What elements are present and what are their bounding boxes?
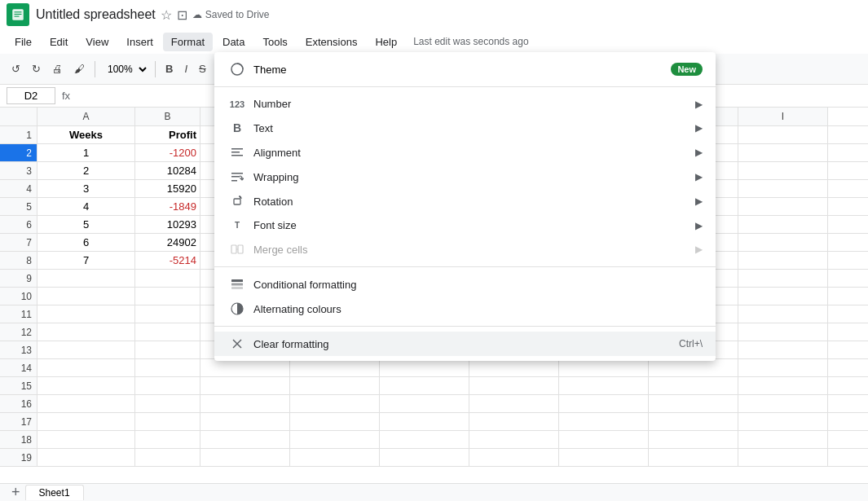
alignment-menu-item[interactable]: Alignment ▶ xyxy=(214,140,716,165)
text-menu-item[interactable]: B Text ▶ xyxy=(214,116,716,140)
menu-overlay: Theme New 123 Number ▶ B Text ▶ A xyxy=(0,0,868,501)
theme-icon xyxy=(227,63,247,76)
conditional-formatting-menu-item[interactable]: Conditional formatting xyxy=(214,272,716,297)
alignment-arrow: ▶ xyxy=(695,147,703,158)
merge-cells-label: Merge cells xyxy=(253,244,695,256)
text-icon: B xyxy=(227,121,247,134)
merge-cells-icon xyxy=(227,243,247,256)
dropdown-separator-1 xyxy=(214,86,716,87)
svg-rect-10 xyxy=(231,180,237,182)
svg-rect-11 xyxy=(234,199,240,204)
font-size-arrow: ▶ xyxy=(695,220,703,231)
svg-rect-9 xyxy=(231,176,240,178)
merge-cells-arrow: ▶ xyxy=(695,244,703,255)
new-badge: New xyxy=(671,63,703,76)
number-arrow: ▶ xyxy=(695,99,703,110)
wrapping-arrow: ▶ xyxy=(695,171,703,182)
alignment-label: Alignment xyxy=(253,147,695,159)
clear-formatting-shortcut: Ctrl+\ xyxy=(679,338,703,349)
svg-rect-5 xyxy=(231,148,243,150)
svg-rect-8 xyxy=(231,173,243,174)
text-arrow: ▶ xyxy=(695,122,703,134)
svg-rect-15 xyxy=(231,279,243,282)
alternating-colours-menu-item[interactable]: Alternating colours xyxy=(214,297,716,321)
conditional-formatting-label: Conditional formatting xyxy=(253,279,703,291)
merge-cells-menu-item: Merge cells ▶ xyxy=(214,237,716,261)
rotation-icon xyxy=(227,195,247,208)
clear-formatting-label: Clear formatting xyxy=(253,338,679,350)
svg-rect-17 xyxy=(231,287,243,289)
clear-formatting-menu-item[interactable]: Clear formatting Ctrl+\ xyxy=(214,332,716,356)
wrapping-icon xyxy=(227,170,247,183)
format-dropdown: Theme New 123 Number ▶ B Text ▶ A xyxy=(214,52,716,361)
font-size-icon: T xyxy=(227,221,247,230)
alignment-icon xyxy=(227,146,247,159)
alternating-colours-label: Alternating colours xyxy=(253,303,703,315)
dropdown-separator-2 xyxy=(214,266,716,267)
rotation-label: Rotation xyxy=(253,196,695,208)
svg-rect-16 xyxy=(231,283,243,286)
svg-rect-7 xyxy=(231,155,243,156)
rotation-arrow: ▶ xyxy=(695,196,703,207)
rotation-menu-item[interactable]: Rotation ▶ xyxy=(214,189,716,213)
theme-label: Theme xyxy=(253,64,671,76)
svg-rect-6 xyxy=(231,152,240,153)
wrapping-menu-item[interactable]: Wrapping ▶ xyxy=(214,165,716,189)
font-size-label: Font size xyxy=(253,219,695,231)
dropdown-separator-3 xyxy=(214,326,716,327)
number-label: Number xyxy=(253,98,695,110)
conditional-formatting-icon xyxy=(227,278,247,291)
clear-formatting-icon xyxy=(227,337,247,350)
number-icon: 123 xyxy=(227,99,247,109)
wrapping-label: Wrapping xyxy=(253,171,695,183)
svg-rect-12 xyxy=(231,245,236,253)
font-size-menu-item[interactable]: T Font size ▶ xyxy=(214,213,716,237)
text-label: Text xyxy=(253,122,695,134)
theme-menu-item[interactable]: Theme New xyxy=(214,57,716,81)
number-menu-item[interactable]: 123 Number ▶ xyxy=(214,92,716,116)
svg-rect-13 xyxy=(238,245,243,253)
alternating-colours-icon xyxy=(227,302,247,315)
